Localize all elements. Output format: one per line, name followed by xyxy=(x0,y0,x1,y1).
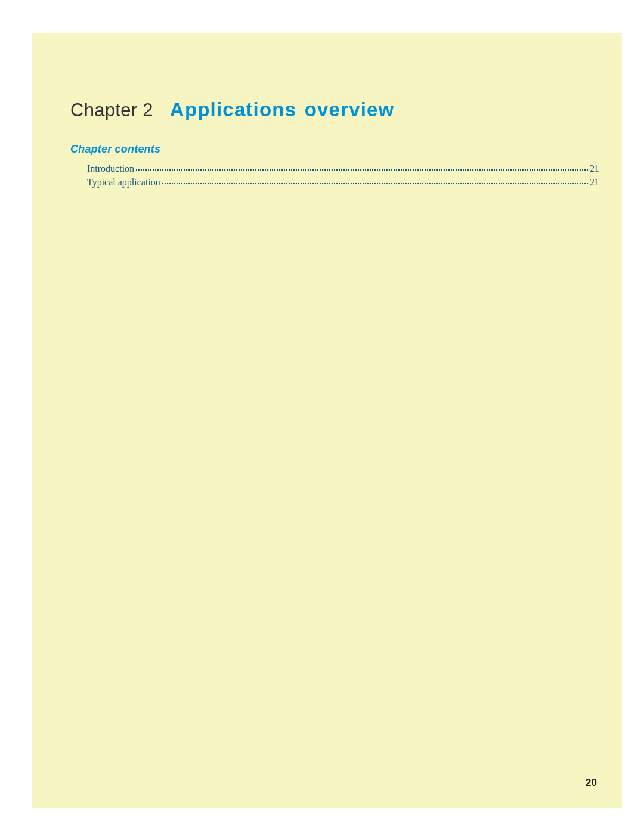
toc-entry-label: Introduction xyxy=(87,162,134,175)
table-of-contents: Introduction 21 Typical application 21 xyxy=(70,162,604,189)
contents-heading: Chapter contents xyxy=(70,143,604,156)
toc-leader-dots xyxy=(136,169,588,171)
page-number: 20 xyxy=(586,777,597,789)
toc-entry-page: 21 xyxy=(590,175,599,189)
toc-entry[interactable]: Introduction 21 xyxy=(87,162,599,175)
toc-entry[interactable]: Typical application 21 xyxy=(87,175,599,189)
toc-entry-label: Typical application xyxy=(87,175,160,189)
chapter-heading: Chapter 2 Applications overview xyxy=(70,98,604,126)
chapter-number: Chapter 2 xyxy=(70,100,153,121)
chapter-title: Applications overview xyxy=(170,98,395,121)
document-page: Chapter 2 Applications overview Chapter … xyxy=(32,33,622,808)
toc-leader-dots xyxy=(162,183,588,184)
toc-entry-page: 21 xyxy=(590,162,599,175)
